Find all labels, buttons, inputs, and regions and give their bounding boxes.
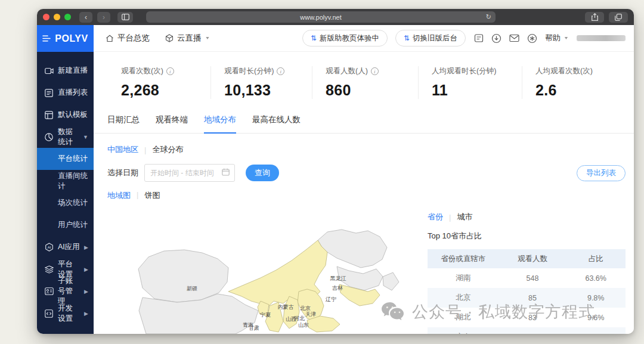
cell-province: 湖北 xyxy=(428,308,499,327)
chevron-down-icon: ▼ xyxy=(83,134,88,140)
mail-icon[interactable] xyxy=(509,33,519,44)
cell-ratio: 9.6% xyxy=(566,308,626,327)
map-label-ningxia: 宁夏 xyxy=(260,312,271,318)
chevron-down-icon: ▼ xyxy=(205,36,210,41)
map-label-gansu: 甘肃 xyxy=(249,325,259,331)
sidebar-item-label: AI应用 xyxy=(58,242,80,252)
export-list-button[interactable]: 导出列表 xyxy=(577,165,626,181)
cell-province: 广东 xyxy=(428,327,499,334)
cell-ratio: 5.4% xyxy=(566,327,626,334)
info-icon[interactable]: i xyxy=(277,67,284,75)
reload-icon[interactable]: ↻ xyxy=(486,13,491,21)
province-far-east xyxy=(383,272,399,290)
sidebar-item-user-statistics[interactable]: 用户统计 xyxy=(37,214,94,236)
minimize-window-button[interactable] xyxy=(54,14,60,20)
sidebar-toggle-icon[interactable] xyxy=(117,12,133,23)
code-icon xyxy=(45,309,54,318)
sidebar-item-ai-apps[interactable]: AI AI应用 ▶ xyxy=(37,236,94,258)
switch-old-console-button[interactable]: ⇅ 切换旧版后台 xyxy=(395,30,466,47)
stat-avg-minutes: 人均观看时长(分钟) 11 xyxy=(418,66,522,99)
tab-view-terminal[interactable]: 观看终端 xyxy=(156,114,188,133)
sidebar-item-default-template[interactable]: 默认模板 xyxy=(37,104,94,126)
divider: | xyxy=(449,213,451,222)
date-range-field[interactable] xyxy=(145,169,215,177)
map-label-liaoning: 辽宁 xyxy=(326,296,336,302)
province-table: 省份或直辖市 观看人数 占比 湖南 548 63.6% 北京 xyxy=(428,249,626,334)
cell-viewers: 85 xyxy=(499,288,566,308)
browser-chrome: ‹ › www.polyv.net ↻ xyxy=(37,9,634,25)
cell-viewers: 548 xyxy=(499,268,566,288)
sidebar-item-session-statistics[interactable]: 场次统计 xyxy=(37,192,94,214)
table-row: 北京 85 9.8% xyxy=(428,288,626,308)
help-menu[interactable]: 帮助 ▼ xyxy=(545,33,569,44)
link-global-distribution[interactable]: 全球分布 xyxy=(152,144,183,155)
document-icon[interactable] xyxy=(473,33,484,44)
tabs-overview-button[interactable] xyxy=(609,12,628,23)
nav-cloud-live[interactable]: 云直播 ▼ xyxy=(165,33,210,44)
stats-tabs: 日期汇总 观看终端 地域分布 最高在线人数 xyxy=(94,114,634,134)
camera-icon xyxy=(45,66,54,75)
svg-text:AI: AI xyxy=(48,246,51,249)
divider: | xyxy=(144,145,146,154)
sidebar-item-new-live[interactable]: 新建直播 xyxy=(37,60,94,82)
province-xinjiang xyxy=(138,250,228,302)
cell-viewers: 47 xyxy=(499,327,566,334)
switch-old-console-label: 切换旧版后台 xyxy=(413,33,457,44)
tab-max-online[interactable]: 最高在线人数 xyxy=(252,114,301,133)
zoom-window-button[interactable] xyxy=(64,14,71,20)
sidebar-item-label: 新建直播 xyxy=(58,66,88,76)
url-text: www.polyv.net xyxy=(146,14,496,21)
query-button[interactable]: 查询 xyxy=(246,165,279,181)
stat-label: 观看时长(分钟) xyxy=(224,66,274,76)
info-icon[interactable]: i xyxy=(166,67,174,75)
province-heilongjiang xyxy=(318,230,387,268)
link-china-region[interactable]: 中国地区 xyxy=(107,144,138,155)
sidebar-item-room-statistics[interactable]: 直播间统计 xyxy=(37,170,94,192)
stat-avg-views: 人均观看次数(次) 2.6 xyxy=(522,66,593,99)
tab-region-distribution[interactable]: 地域分布 xyxy=(204,114,236,133)
nav-platform-overview[interactable]: 平台总览 xyxy=(106,33,150,44)
link-region-map[interactable]: 地域图 xyxy=(107,190,131,201)
points-icon[interactable] xyxy=(527,33,537,44)
map-label-neimenggu: 内蒙古 xyxy=(278,304,294,310)
pie-chart-icon xyxy=(45,132,54,141)
link-city[interactable]: 城市 xyxy=(457,212,472,222)
date-range-input[interactable] xyxy=(144,164,235,182)
template-icon xyxy=(45,110,54,119)
sidebar-item-label: 开发设置 xyxy=(58,303,80,324)
province-shandong xyxy=(307,316,340,332)
new-assistant-button[interactable]: ⇅ 新版助教页体验中 xyxy=(302,30,388,47)
forward-button[interactable]: › xyxy=(97,12,110,23)
sidebar-item-platform-statistics[interactable]: 平台统计 xyxy=(37,148,94,170)
divider: | xyxy=(137,190,138,201)
close-window-button[interactable] xyxy=(43,14,49,20)
sidebar-item-label: 子账号管理 xyxy=(58,276,80,306)
logo[interactable]: POLYV xyxy=(37,25,94,52)
link-pie-chart[interactable]: 饼图 xyxy=(144,190,160,201)
chevron-right-icon: ▶ xyxy=(84,244,88,250)
sidebar-item-data-statistics[interactable]: 数据统计 ▼ xyxy=(37,126,94,148)
sidebar-item-dev-settings[interactable]: 开发设置 ▶ xyxy=(37,302,94,324)
region-table-panel: 省份 | 城市 Top 10省市占比 省份或直辖市 观看人数 占比 xyxy=(428,212,626,334)
account-name-redacted[interactable] xyxy=(577,35,626,41)
chevron-right-icon: ▶ xyxy=(84,266,88,272)
tab-date-summary[interactable]: 日期汇总 xyxy=(107,114,140,133)
download-icon[interactable] xyxy=(491,33,501,44)
china-map[interactable]: 新疆 黑龙江 吉林 辽宁 内蒙古 北京 天津 河北 山西 山东 宁夏 青海 甘肃 xyxy=(117,226,416,334)
sidebar-item-live-list[interactable]: 直播列表 xyxy=(37,82,94,104)
logo-text: POLYV xyxy=(55,33,88,44)
sidebar-item-label: 平台统计 xyxy=(58,154,88,164)
map-label-jilin: 吉林 xyxy=(332,285,343,291)
cell-province: 湖南 xyxy=(428,268,499,288)
sidebar-item-subaccount[interactable]: 子账号管理 ▶ xyxy=(37,280,94,302)
col-province: 省份或直辖市 xyxy=(428,249,499,268)
sidebar: 新建直播 直播列表 默认模板 数据统计 ▼ 平台统计 直播间统计 xyxy=(37,52,94,334)
link-province[interactable]: 省份 xyxy=(428,212,443,222)
region-switch: 中国地区 | 全球分布 xyxy=(94,134,634,155)
share-button[interactable] xyxy=(585,12,604,23)
address-bar[interactable]: www.polyv.net ↻ xyxy=(146,11,496,23)
sidebar-item-label: 数据统计 xyxy=(58,127,79,147)
back-button[interactable]: ‹ xyxy=(79,12,92,23)
header-right: ⇅ 新版助教页体验中 ⇅ 切换旧版后台 xyxy=(302,30,634,47)
info-icon[interactable]: i xyxy=(371,67,379,75)
